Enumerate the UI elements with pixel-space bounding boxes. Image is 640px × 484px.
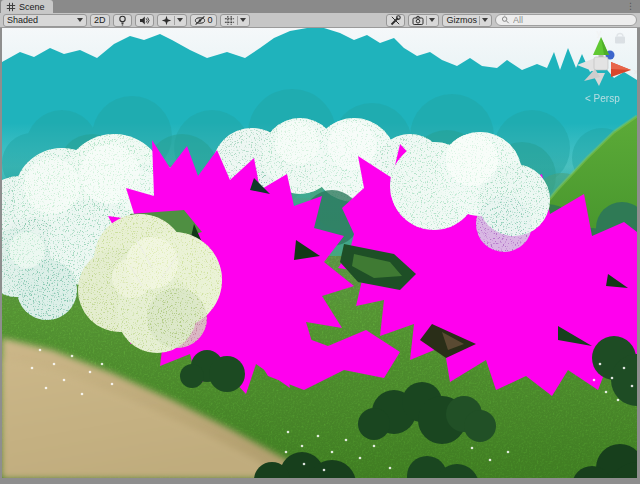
draw-mode-label: Shaded — [7, 15, 38, 25]
scene-tab-grid-icon — [6, 2, 16, 12]
divider — [426, 16, 427, 25]
unity-scene-view-window: Scene ⋮ Shaded 2D — [0, 0, 640, 484]
gizmos-dropdown[interactable]: Gizmos — [442, 14, 492, 27]
scene-toolbar: Shaded 2D — [0, 13, 640, 28]
tab-scene[interactable]: Scene — [1, 0, 53, 13]
effects-dropdown-button[interactable] — [157, 14, 187, 27]
search-icon — [501, 15, 510, 25]
draw-mode-dropdown[interactable]: Shaded — [3, 14, 87, 27]
tab-menu-kebab-icon[interactable]: ⋮ — [626, 2, 635, 11]
gizmos-label: Gizmos — [446, 15, 477, 25]
grid-icon — [224, 15, 235, 26]
wrench-icon — [390, 15, 401, 26]
scene-visibility-button[interactable]: 0 — [190, 14, 217, 27]
scene-viewport[interactable]: y x < Persp — [2, 28, 637, 478]
divider — [479, 16, 480, 25]
scene-render: y x < Persp — [2, 28, 637, 478]
gizmo-x-label: x — [634, 67, 637, 76]
scene-lighting-button[interactable] — [113, 14, 132, 27]
search-input[interactable] — [513, 15, 631, 25]
lightbulb-icon — [117, 15, 128, 26]
camera-icon — [412, 15, 424, 26]
speaker-icon — [139, 15, 150, 26]
divider — [237, 16, 238, 25]
scene-search-field[interactable] — [495, 14, 637, 26]
toggle-2d-label: 2D — [94, 15, 106, 25]
hidden-objects-count: 0 — [208, 15, 213, 25]
chevron-down-icon — [482, 18, 488, 22]
tab-scene-label: Scene — [19, 2, 45, 12]
gizmo-projection-label[interactable]: < Persp — [585, 93, 620, 104]
chevron-down-icon — [240, 18, 246, 22]
gizmo-y-label: y — [597, 28, 602, 38]
tab-strip: Scene ⋮ — [0, 0, 640, 13]
component-tools-button[interactable] — [386, 14, 405, 27]
effects-star-icon — [161, 15, 172, 26]
grid-settings-button[interactable] — [220, 14, 250, 27]
chevron-down-icon — [429, 18, 435, 22]
toggle-2d-button[interactable]: 2D — [90, 14, 110, 27]
chevron-down-icon — [77, 18, 83, 22]
scene-camera-dropdown-button[interactable] — [408, 14, 439, 27]
scene-audio-button[interactable] — [135, 14, 154, 27]
eye-slash-icon — [194, 15, 206, 26]
chevron-down-icon — [177, 18, 183, 22]
divider — [174, 16, 175, 25]
